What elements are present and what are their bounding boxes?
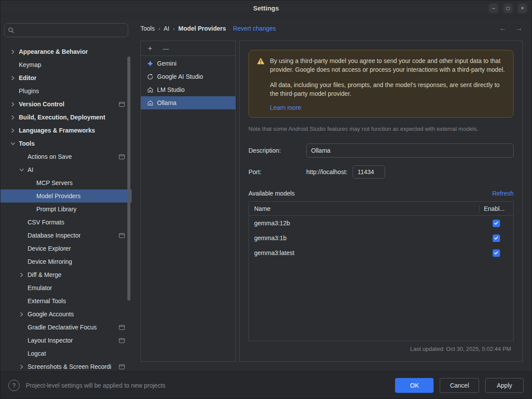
sidebar-item-label: MCP Servers	[36, 179, 73, 186]
sidebar-item-label: CSV Formats	[28, 219, 64, 226]
provider-item-ollama[interactable]: Ollama	[141, 96, 235, 109]
sidebar-item-appearance-behavior[interactable]: Appearance & Behavior	[0, 45, 132, 58]
chevron-right-icon[interactable]	[9, 102, 16, 107]
breadcrumb-tools[interactable]: Tools	[140, 25, 155, 32]
sidebar-item-screenshots-screen-recordi[interactable]: Screenshots & Screen Recordi	[0, 360, 132, 371]
model-enabled-cell	[479, 220, 513, 227]
sidebar-item-google-accounts[interactable]: Google Accounts	[0, 308, 132, 321]
sidebar-item-prompt-library[interactable]: Prompt Library	[0, 203, 132, 216]
column-header-enabled[interactable]: Enabl...	[479, 205, 513, 212]
chevron-right-icon[interactable]	[18, 364, 25, 369]
project-setting-icon	[119, 325, 125, 330]
minimize-button[interactable]: −	[489, 4, 498, 13]
chevron-right-icon[interactable]	[9, 49, 16, 54]
sidebar-item-build-execution-deployment[interactable]: Build, Execution, Deployment	[0, 111, 132, 124]
sidebar-item-label: Logcat	[28, 350, 46, 357]
chevron-right-icon[interactable]	[9, 115, 16, 120]
sidebar-item-label: Layout Inspector	[28, 337, 73, 344]
project-setting-icon	[119, 364, 125, 369]
model-row-gemma3-latest[interactable]: gemma3:latest	[249, 245, 513, 260]
provider-item-google-ai-studio[interactable]: Google AI Studio	[141, 70, 235, 83]
learn-more-link[interactable]: Learn more	[270, 104, 301, 111]
footer-note: Project-level settings will be applied t…	[26, 382, 165, 389]
chevron-right-icon[interactable]	[18, 312, 25, 317]
forward-arrow-icon[interactable]: →	[515, 24, 523, 33]
sidebar-item-diff-merge[interactable]: Diff & Merge	[0, 268, 132, 281]
description-row: Description:	[248, 144, 514, 158]
window-title: Settings	[253, 4, 279, 12]
sidebar-item-version-control[interactable]: Version Control	[0, 98, 132, 111]
close-button[interactable]: ×	[518, 4, 527, 13]
sidebar-item-label: Appearance & Behavior	[19, 48, 88, 55]
revert-changes-link[interactable]: Revert changes	[233, 25, 276, 32]
model-enabled-checkbox[interactable]	[493, 249, 500, 257]
help-button[interactable]: ?	[8, 380, 20, 391]
sidebar-item-label: Languages & Frameworks	[19, 127, 95, 134]
cancel-button[interactable]: Cancel	[440, 378, 479, 393]
maximize-button[interactable]: □	[503, 4, 513, 13]
sidebar-item-mcp-servers[interactable]: MCP Servers	[0, 176, 132, 189]
column-header-name[interactable]: Name	[249, 205, 479, 212]
settings-sidebar: Appearance & Behavior Keymap Editor Plug…	[0, 16, 132, 371]
provider-item-lm-studio[interactable]: LM Studio	[141, 83, 235, 96]
sidebar-item-editor[interactable]: Editor	[0, 71, 132, 84]
provider-toolbar: + —	[141, 41, 235, 56]
sidebar-item-ai[interactable]: AI	[0, 163, 132, 176]
model-enabled-checkbox[interactable]	[493, 220, 500, 227]
sidebar-item-emulator[interactable]: Emulator	[0, 281, 132, 294]
search-input[interactable]	[17, 27, 124, 34]
sidebar-item-label: Version Control	[19, 101, 64, 108]
search-box[interactable]	[4, 23, 128, 37]
model-row-gemma3-1b[interactable]: gemma3:1b	[249, 231, 513, 245]
sidebar-item-keymap[interactable]: Keymap	[0, 58, 132, 71]
breadcrumb: Tools › AI › Model Providers Revert chan…	[140, 16, 523, 41]
chevron-right-icon[interactable]	[18, 273, 25, 277]
remove-provider-button[interactable]: —	[163, 46, 169, 52]
sidebar-item-logcat[interactable]: Logcat	[0, 347, 132, 360]
sidebar-item-gradle-declarative-focus[interactable]: Gradle Declarative Focus	[0, 321, 132, 334]
model-row-gemma3-12b[interactable]: gemma3:12b	[249, 216, 513, 231]
ok-button[interactable]: OK	[395, 378, 434, 393]
warning-text: By using a third-party model you agree t…	[270, 56, 505, 111]
sidebar-item-label: Gradle Declarative Focus	[28, 324, 97, 331]
sidebar-item-actions-on-save[interactable]: Actions on Save	[0, 150, 132, 163]
model-enabled-checkbox[interactable]	[493, 234, 500, 242]
provider-item-gemini[interactable]: Gemini	[141, 57, 235, 70]
last-updated: Last updated: Oct 30, 2025, 5:02:44 PM	[248, 341, 514, 356]
sidebar-item-label: Keymap	[19, 61, 41, 68]
window-controls: − □ ×	[489, 4, 527, 13]
sidebar-item-device-mirroring[interactable]: Device Mirroring	[0, 255, 132, 268]
sidebar-item-tools[interactable]: Tools	[0, 137, 132, 150]
sidebar-item-model-providers[interactable]: Model Providers	[0, 189, 132, 203]
sidebar-item-external-tools[interactable]: External Tools	[0, 294, 132, 308]
description-field[interactable]	[306, 144, 514, 158]
sidebar-scrollbar[interactable]	[127, 56, 130, 301]
close-icon: ×	[521, 6, 524, 11]
settings-window: Settings − □ × Appearance & Behavior Key…	[0, 0, 532, 399]
port-prefix: http://localhost:	[306, 168, 347, 175]
ollama-icon	[147, 100, 154, 106]
chevron-down-icon[interactable]	[9, 141, 16, 146]
sidebar-item-device-explorer[interactable]: Device Explorer	[0, 242, 132, 255]
port-field[interactable]	[353, 165, 385, 178]
sidebar-item-languages-frameworks[interactable]: Languages & Frameworks	[0, 124, 132, 137]
breadcrumb-ai[interactable]: AI	[164, 25, 169, 32]
sidebar-item-plugins[interactable]: Plugins	[0, 84, 132, 98]
sidebar-item-csv-formats[interactable]: CSV Formats	[0, 216, 132, 229]
back-arrow-icon[interactable]: ←	[499, 24, 507, 33]
chevron-down-icon[interactable]	[18, 168, 25, 172]
breadcrumb-current: Model Providers	[178, 25, 226, 32]
chevron-right-icon[interactable]	[9, 76, 16, 80]
sidebar-item-layout-inspector[interactable]: Layout Inspector	[0, 334, 132, 347]
sidebar-item-database-inspector[interactable]: Database Inspector	[0, 229, 132, 242]
apply-button[interactable]: Apply	[485, 378, 524, 393]
models-table: Name Enabl... gemma3:12b gemma3:1b gemma…	[248, 201, 514, 341]
titlebar: Settings − □ ×	[0, 0, 532, 16]
add-provider-button[interactable]: +	[148, 45, 152, 52]
sidebar-item-label: External Tools	[28, 298, 66, 304]
provider-label: Gemini	[157, 60, 176, 67]
chevron-right-icon[interactable]	[9, 128, 16, 133]
settings-content: Tools › AI › Model Providers Revert chan…	[132, 16, 532, 371]
refresh-link[interactable]: Refresh	[492, 190, 514, 197]
dialog-footer: ? Project-level settings will be applied…	[0, 371, 532, 399]
